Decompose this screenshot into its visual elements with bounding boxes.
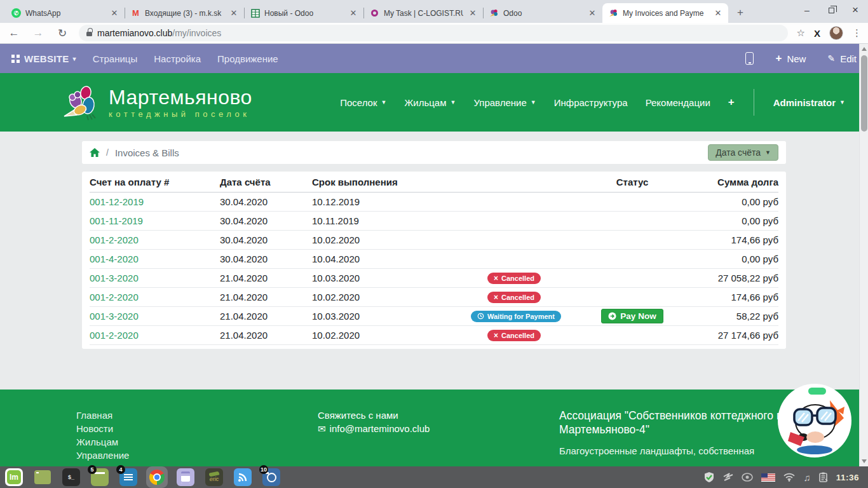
invoice-amount: 27 058,22 руб (707, 273, 778, 283)
invoice-link[interactable]: 001-11-2019 (90, 215, 220, 226)
new-tab-button[interactable]: + (732, 4, 749, 21)
taskbar-clock[interactable]: 11:36 (836, 473, 859, 482)
nav-item-poselok[interactable]: Поселок▼ (340, 97, 386, 108)
invoice-date: 30.04.2020 (220, 254, 312, 264)
website-menu[interactable]: WEBSITE ▾ (11, 53, 76, 64)
footer-email-link[interactable]: ✉ info@marteminovo.club (318, 422, 559, 435)
menu-settings[interactable]: Настройка (154, 53, 201, 64)
footer-link[interactable]: Управление (76, 449, 318, 462)
tab-close-icon[interactable]: ✕ (713, 8, 723, 18)
site-logo[interactable]: Мартемьяново коттеджный поселок (60, 83, 252, 121)
invoice-amount: 58,22 руб (707, 311, 778, 322)
restore-button[interactable] (822, 3, 840, 18)
eric-ide-button[interactable]: eric (205, 468, 223, 486)
status-badge-cell: ×Cancelled (471, 291, 557, 303)
col-header-status: Статус (557, 177, 707, 187)
minimize-button[interactable]: – (798, 3, 816, 18)
back-button[interactable]: ← (6, 27, 22, 39)
clipboard-notes-icon[interactable] (819, 472, 828, 482)
chrome-app-button[interactable] (148, 468, 166, 486)
nav-item-rekomendacii[interactable]: Рекомендации (646, 97, 710, 108)
tab-close-icon[interactable]: ✕ (229, 8, 239, 18)
invoice-date: 30.04.2020 (220, 215, 312, 226)
site-header: Мартемьяново коттеджный поселок Поселок▼… (0, 73, 868, 132)
invoice-date: 30.04.2020 (220, 234, 312, 245)
sync-zigzag-icon[interactable] (723, 473, 733, 482)
scroll-down-arrow[interactable] (862, 459, 867, 463)
tab-whatsapp[interactable]: ✆ WhatsApp ✕ (5, 3, 125, 23)
tab-mytask[interactable]: My Task | C-LOGIST.RU ✕ (363, 3, 483, 23)
tab-title: My Invoices and Payme (623, 9, 709, 18)
user-menu-administrator[interactable]: Administrator▼ (773, 97, 845, 108)
show-desktop-button[interactable] (34, 468, 51, 486)
invoice-link[interactable]: 001-2-2020 (90, 234, 220, 245)
invoice-due-date: 10.02.2020 (312, 234, 471, 245)
terminal-app-button[interactable]: $_ (62, 468, 80, 486)
pay-now-button[interactable]: Pay Now (601, 309, 663, 323)
mobile-preview-icon[interactable] (745, 52, 754, 65)
padlock-icon[interactable] (86, 30, 92, 37)
wifi-icon[interactable] (783, 473, 795, 482)
nav-item-upravlenie[interactable]: Управление▼ (473, 97, 536, 108)
close-button[interactable]: × (846, 3, 864, 18)
chevron-down-icon: ▼ (765, 149, 771, 156)
menu-pages[interactable]: Страницы (93, 53, 137, 64)
add-menu-button[interactable]: + (728, 96, 735, 109)
footer-link[interactable]: Новости (76, 422, 318, 435)
edit-button[interactable]: ✎ Edit (827, 53, 857, 64)
new-label: New (787, 53, 806, 64)
system-tray: ♫ 11:36 (703, 471, 863, 483)
footer-link[interactable]: Жильцам (76, 435, 318, 449)
tab-odoo[interactable]: Odoo ✕ (483, 3, 602, 23)
tab-odoo-new[interactable]: Новый - Odoo ✕ (244, 3, 363, 23)
tab-gmail[interactable]: M Входящие (3) - m.k.sk ✕ (125, 3, 244, 23)
new-page-button[interactable]: + New (775, 52, 806, 65)
tab-close-icon[interactable]: ✕ (109, 8, 119, 18)
documents-app-button[interactable]: 4 (119, 468, 137, 486)
sort-by-date-button[interactable]: Дата счёта ▼ (708, 144, 778, 161)
extension-x-icon[interactable]: X (814, 28, 820, 39)
bird-icon (489, 8, 499, 18)
bird-logo-icon (60, 83, 100, 121)
menu-promote[interactable]: Продвижение (217, 53, 278, 64)
x-icon: × (494, 294, 498, 301)
browser-menu-icon[interactable]: ⋮ (852, 27, 862, 39)
browser-profile-avatar[interactable] (829, 26, 843, 40)
x-icon: × (494, 332, 498, 339)
screenshot-app-button[interactable]: 10 (262, 468, 280, 486)
file-manager-button[interactable]: 5 (91, 468, 109, 486)
livechat-mascot-button[interactable] (776, 383, 853, 459)
tab-close-icon[interactable]: ✕ (587, 8, 597, 18)
tab-close-icon[interactable]: ✕ (348, 8, 358, 18)
invoice-link[interactable]: 001-2-2020 (90, 330, 220, 341)
scroll-up-arrow[interactable] (862, 47, 867, 51)
mint-menu-button[interactable]: lm (5, 468, 23, 486)
invoice-link[interactable]: 001-2-2020 (90, 292, 220, 302)
invoice-link[interactable]: 001-3-2020 (90, 311, 220, 322)
breadcrumb-separator: / (106, 147, 109, 158)
text-editor-button[interactable] (177, 468, 194, 486)
nvidia-settings-icon[interactable] (742, 473, 753, 482)
reload-button[interactable]: ↻ (55, 27, 70, 40)
nav-item-zhilcam[interactable]: Жильцам▼ (404, 97, 456, 108)
url-text[interactable]: martemianovo.club/my/invoices (97, 28, 221, 38)
address-bar[interactable]: martemianovo.club/my/invoices (79, 25, 788, 41)
nav-item-infrastruktura[interactable]: Инфраструктура (554, 97, 628, 108)
table-body: 001-12-201930.04.202010.12.20190,00 руб0… (90, 193, 778, 345)
tab-my-invoices-active[interactable]: My Invoices and Payme ✕ (602, 3, 728, 23)
chrome-icon (149, 470, 165, 485)
scrollbar-thumb[interactable] (861, 55, 867, 132)
antivirus-shield-icon[interactable] (703, 471, 715, 483)
bookmark-star-icon[interactable]: ☆ (797, 27, 805, 39)
forward-button[interactable]: → (31, 27, 46, 39)
feed-app-button[interactable] (234, 468, 252, 486)
home-icon[interactable] (90, 148, 100, 158)
invoice-link[interactable]: 001-12-2019 (90, 196, 220, 207)
page-scrollbar[interactable] (859, 44, 868, 466)
tab-close-icon[interactable]: ✕ (468, 8, 478, 18)
audio-player-icon[interactable]: ♫ (803, 472, 810, 483)
keyboard-layout-us-flag-icon[interactable] (761, 473, 775, 482)
footer-link[interactable]: Главная (76, 409, 318, 422)
invoice-link[interactable]: 001-3-2020 (90, 273, 220, 283)
invoice-link[interactable]: 001-4-2020 (90, 254, 220, 264)
